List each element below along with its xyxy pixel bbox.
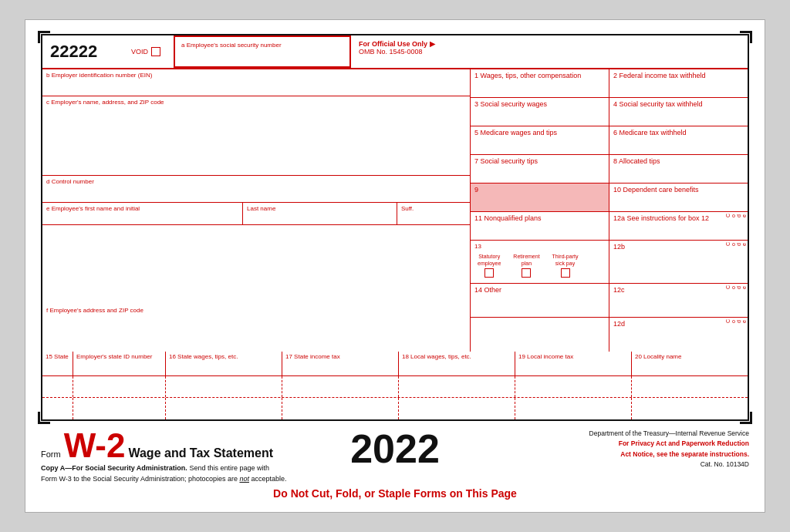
box14-cell: 14 Other <box>471 284 609 317</box>
box18-data-2 <box>399 398 515 419</box>
box12c-vert-label: Code <box>725 285 747 289</box>
box9-cell: 9 <box>471 184 609 211</box>
box17-cell: 17 State income tax <box>282 352 399 375</box>
main-body: b Employer identification number (EIN) c… <box>42 69 748 352</box>
box16-data-2 <box>166 398 282 419</box>
box8-cell: 8 Allocated tips <box>609 155 748 183</box>
box13-checks: Statutory employee Retirement plan Third… <box>474 251 605 281</box>
employee-first-label: e Employee's first name and initial <box>46 205 238 212</box>
box13-label: 13 <box>474 243 605 250</box>
box16-data-1 <box>166 376 282 397</box>
employee-last-label: Last name <box>247 205 393 212</box>
box13-thirdparty: Third-party sick pay <box>549 251 582 281</box>
footer-copy-not: not <box>239 475 249 483</box>
box1-cell: 1 Wages, tips, other compensation <box>471 69 609 97</box>
footer-copy-text: Send this entire page with <box>189 464 269 472</box>
retirement-checkbox[interactable] <box>522 268 531 278</box>
stateid-data-2 <box>73 398 166 419</box>
address-cell: f Employee's address and ZIP code <box>42 225 470 316</box>
box12c-cell: 12c Code <box>609 284 748 317</box>
data-row-1 <box>42 376 748 398</box>
footer-form-label: Form <box>41 450 61 459</box>
box17-data-2 <box>282 398 399 419</box>
footer-dept-text: Department of the Treasury—Internal Reve… <box>455 429 749 439</box>
ein-cell: b Employer identification number (EIN) <box>42 69 470 96</box>
row-box5-6: 5 Medicare wages and tips 6 Medicare tax… <box>471 126 748 155</box>
address-label: f Employee's address and ZIP code <box>46 307 466 314</box>
box12d-vert-label: Code <box>725 319 747 323</box>
box18-cell: 18 Local wages, tips, etc. <box>399 352 515 375</box>
footer-copy-line2: Form W-3 to the Social Security Administ… <box>41 475 239 483</box>
footer-privacy-text: For Privacy Act and Paperwork Reduction <box>455 439 749 450</box>
employee-suff-label: Suff. <box>401 205 432 212</box>
row-employee-name: e Employee's first name and initial Last… <box>42 203 470 225</box>
box11-cell: 11 Nonqualified plans <box>471 212 609 240</box>
state-data-1 <box>42 376 73 397</box>
employee-suff-cell: Suff. <box>397 203 436 224</box>
box13-cell: 13 Statutory employee Retirement plan <box>471 241 609 283</box>
box19-data-1 <box>515 376 632 397</box>
box12a-vert-label: Code <box>725 214 747 217</box>
box12b-cell: 12b Code <box>609 241 748 283</box>
row-address: f Employee's address and ZIP code <box>42 225 470 316</box>
data-row-2 <box>42 398 748 419</box>
footer-w2-label: W-2 <box>64 429 126 463</box>
box17-data-1 <box>282 376 399 397</box>
row-employer-name: c Employer's name, address, and ZIP code <box>42 96 470 176</box>
box13-statutory: Statutory employee <box>474 251 504 281</box>
box6-cell: 6 Medicare tax withheld <box>609 126 748 154</box>
box12a-cell: 12a See instructions for box 12 Code <box>609 212 748 240</box>
row-box9-10: 9 10 Dependent care benefits <box>471 184 748 212</box>
footer-left: Form W-2 Wage and Tax Statement Copy A—F… <box>41 429 335 485</box>
box4-cell: 4 Social security tax withheld <box>609 98 748 126</box>
control-label: d Control number <box>46 178 466 185</box>
box3-cell: 3 Social security wages <box>471 98 609 126</box>
footer-copy-end: acceptable. <box>251 475 286 483</box>
row-box3-4: 3 Social security wages 4 Social securit… <box>471 98 748 126</box>
row-box1-2: 1 Wages, tips, other compensation 2 Fede… <box>471 69 748 98</box>
box2-cell: 2 Federal income tax withheld <box>609 69 748 97</box>
row-ein: b Employer identification number (EIN) <box>42 69 470 96</box>
box10-cell: 10 Dependent care benefits <box>609 184 748 211</box>
left-section: b Employer identification number (EIN) c… <box>42 69 471 352</box>
employer-name-cell: c Employer's name, address, and ZIP code <box>42 96 470 175</box>
void-cell: VOID <box>127 35 174 68</box>
box15-stateid-cell: Employer's state ID number <box>73 352 166 375</box>
thirdparty-checkbox[interactable] <box>561 268 570 278</box>
footer-cat: Cat. No. 10134D <box>455 460 749 470</box>
footer-main-row: Form W-2 Wage and Tax Statement Copy A—F… <box>41 429 749 485</box>
form-id-number: 22222 <box>42 35 127 68</box>
row-12d: 12d Code <box>471 318 748 352</box>
w2-form-page: 22222 VOID a Employee's social security … <box>25 19 765 513</box>
row-control: d Control number <box>42 176 470 203</box>
employee-last-cell: Last name <box>243 203 397 224</box>
official-use-cell: For Official Use Only ▶ OMB No. 1545-000… <box>351 35 748 68</box>
box20-data-2 <box>632 398 748 419</box>
official-use-text: For Official Use Only ▶ <box>359 40 740 48</box>
omb-text: OMB No. 1545-0008 <box>359 48 740 56</box>
row-box13-12b: 13 Statutory employee Retirement plan <box>471 241 748 284</box>
box16-cell: 16 State wages, tips, etc. <box>166 352 282 375</box>
ssn-label: a Employee's social security number <box>181 42 343 49</box>
row-box7-8: 7 Social security tips 8 Allocated tips <box>471 155 748 184</box>
void-checkbox[interactable] <box>151 47 160 56</box>
row-box11-12a: 11 Nonqualified plans 12a See instructio… <box>471 212 748 241</box>
footer-copy-a-bold: Copy A—For Social Security Administratio… <box>41 464 187 472</box>
footer-year-block: 2022 <box>350 429 440 469</box>
form-container: 22222 VOID a Employee's social security … <box>41 34 749 421</box>
row-box14-12c: 14 Other 12c Code <box>471 284 748 318</box>
header-row: 22222 VOID a Employee's social security … <box>42 35 748 69</box>
box12d-cell: 12d Code <box>609 318 748 352</box>
statutory-checkbox[interactable] <box>484 268 494 278</box>
footer-donotcut: Do Not Cut, Fold, or Staple Forms on Thi… <box>41 487 749 500</box>
box12b-vert-label: Code <box>725 242 747 246</box>
box5-cell: 5 Medicare wages and tips <box>471 126 609 154</box>
footer-title-row: Form W-2 Wage and Tax Statement <box>41 429 335 463</box>
box7-cell: 7 Social security tips <box>471 155 609 183</box>
ssn-cell: a Employee's social security number <box>174 35 351 68</box>
employer-name-label: c Employer's name, address, and ZIP code <box>46 99 466 106</box>
control-cell: d Control number <box>42 176 470 202</box>
stateid-data-1 <box>73 376 166 397</box>
footer-copy-block: Copy A—For Social Security Administratio… <box>41 463 335 485</box>
employee-first-cell: e Employee's first name and initial <box>42 203 243 224</box>
